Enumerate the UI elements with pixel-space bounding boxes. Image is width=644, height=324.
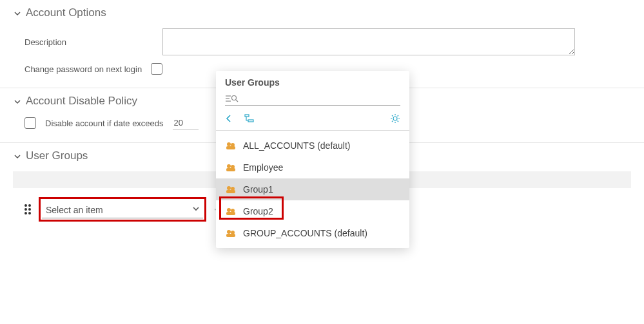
chevron-down-icon	[13, 151, 22, 160]
section-title: Account Options	[26, 6, 106, 19]
tree-icon[interactable]	[244, 114, 256, 126]
svg-point-28	[227, 230, 231, 234]
user-group-select[interactable]: Select an item	[42, 200, 203, 218]
group-icon	[225, 141, 237, 150]
section-title: Account Disable Policy	[26, 95, 137, 108]
popover-item-label: GROUP_ACCOUNTS (default)	[243, 228, 367, 238]
popover-item-label: Group1	[243, 184, 273, 195]
search-icon	[225, 94, 239, 103]
svg-rect-30	[226, 234, 235, 237]
svg-point-22	[227, 186, 231, 190]
svg-point-7	[393, 117, 397, 120]
popover-search[interactable]	[225, 91, 400, 106]
chevron-down-icon	[191, 204, 200, 215]
drag-handle-icon[interactable]	[24, 204, 31, 214]
chevron-down-icon	[13, 8, 22, 17]
svg-line-12	[392, 115, 393, 117]
svg-rect-18	[226, 146, 235, 149]
popover-toolbar	[216, 110, 409, 131]
svg-line-15	[398, 115, 399, 117]
label-change-password: Change password on next login	[24, 64, 142, 74]
svg-line-14	[392, 121, 393, 122]
group-icon	[225, 163, 237, 172]
popover-item-group2[interactable]: Group2	[216, 200, 409, 222]
gear-icon[interactable]	[390, 113, 400, 126]
svg-point-19	[227, 164, 231, 168]
svg-rect-21	[226, 168, 235, 171]
group-icon	[225, 185, 237, 194]
section-header-account-options[interactable]: Account Options	[13, 4, 631, 24]
user-groups-popover: User Groups	[216, 71, 409, 248]
select-placeholder: Select an item	[46, 205, 103, 215]
description-textarea[interactable]	[162, 28, 575, 55]
popover-item-employee[interactable]: Employee	[216, 157, 409, 178]
svg-rect-5	[245, 115, 249, 117]
checkbox-change-password[interactable]	[151, 63, 162, 75]
svg-rect-24	[226, 190, 235, 193]
popover-item-label: ALL_ACCOUNTS (default)	[243, 140, 351, 151]
popover-item-all-accounts[interactable]: ALL_ACCOUNTS (default)	[216, 135, 409, 157]
label-disable-account: Disable account if date exceeds	[45, 119, 164, 128]
group-icon	[225, 207, 237, 216]
popover-title: User Groups	[216, 77, 409, 91]
svg-rect-6	[248, 120, 253, 122]
popover-item-label: Employee	[243, 162, 283, 173]
highlight-select: Select an item	[39, 197, 206, 222]
svg-point-3	[232, 95, 237, 100]
label-description: Description	[24, 37, 153, 47]
input-disable-date[interactable]	[173, 117, 199, 129]
row-description: Description	[13, 24, 631, 59]
section-title: User Groups	[26, 149, 88, 162]
svg-point-25	[227, 208, 231, 212]
popover-item-group-accounts[interactable]: GROUP_ACCOUNTS (default)	[216, 222, 409, 244]
svg-line-4	[236, 100, 238, 102]
chevron-down-icon	[13, 97, 22, 106]
back-icon[interactable]	[225, 114, 233, 126]
popover-item-label: Group2	[243, 206, 273, 216]
group-icon	[225, 229, 237, 238]
checkbox-disable-account[interactable]	[24, 117, 36, 129]
svg-point-16	[227, 142, 231, 146]
popover-item-group1[interactable]: Group1	[216, 178, 409, 200]
popover-list: ALL_ACCOUNTS (default) Employee Group1 G…	[216, 131, 409, 248]
svg-rect-27	[226, 212, 235, 215]
svg-line-13	[398, 121, 399, 122]
